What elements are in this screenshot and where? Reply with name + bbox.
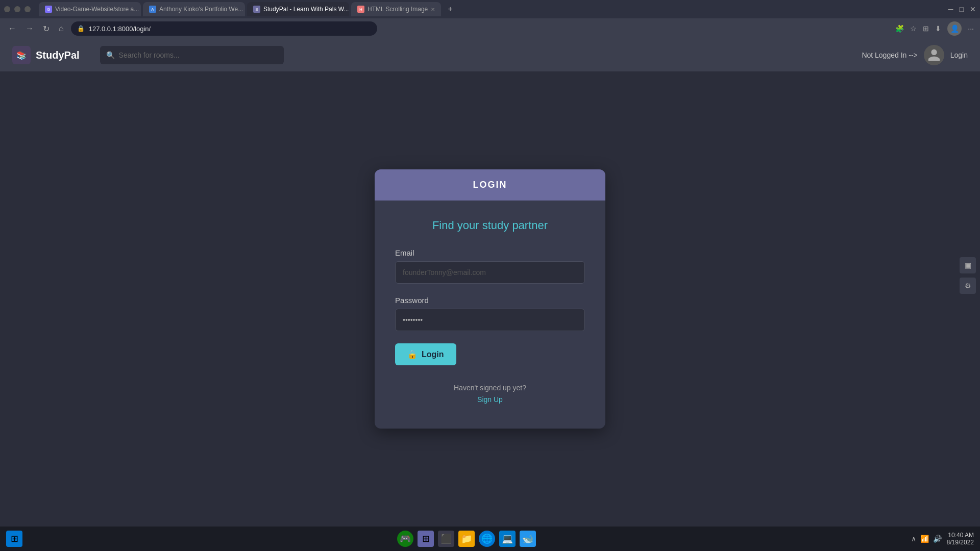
login-card: LOGIN Find your study partner Email Pass… [375, 169, 605, 429]
volume-icon[interactable]: 🔊 [933, 535, 942, 543]
app-main: LOGIN Find your study partner Email Pass… [0, 71, 980, 527]
window-controls [4, 6, 31, 12]
tablet-mode-button[interactable]: ▣ [960, 257, 976, 273]
tab-favicon-studypal: S [253, 6, 260, 13]
login-button[interactable]: 🔒 Login [395, 343, 456, 365]
browser-actions: ─ □ ✕ [948, 5, 976, 13]
login-button-label: Login [422, 350, 444, 359]
tab-github[interactable]: G Video-Game-Website/store a... ✕ [39, 2, 141, 16]
more-options-icon[interactable]: ··· [968, 24, 974, 33]
settings-button[interactable]: ⚙ [960, 278, 976, 294]
lock-icon: 🔒 [77, 25, 85, 32]
password-label: Password [395, 296, 585, 305]
collections-icon[interactable]: ⊞ [923, 24, 929, 33]
taskbar-terminal-icon[interactable]: ⬛ [438, 531, 454, 547]
tab-label-github: Video-Game-Website/store a... [55, 6, 139, 13]
nav-search-container[interactable]: 🔍 [100, 46, 284, 64]
restore-window-icon[interactable]: □ [960, 5, 964, 13]
tab-html[interactable]: H HTML Scrolling Image ✕ [351, 2, 441, 16]
taskbar-docker-icon[interactable]: 🐋 [520, 531, 536, 547]
url-bar[interactable]: 🔒 127.0.0.1:8000/login/ [71, 21, 377, 36]
email-form-group: Email [395, 248, 585, 284]
clock-time: 10:40 AM [947, 532, 974, 539]
taskbar-xbox-icon[interactable]: 🎮 [397, 531, 413, 547]
logo-icon: 📚 [12, 46, 31, 64]
password-form-group: Password [395, 296, 585, 331]
avatar [924, 45, 944, 65]
login-card-header: LOGIN [375, 169, 605, 201]
nav-login-link[interactable]: Login [950, 51, 968, 59]
password-field[interactable] [395, 309, 585, 331]
home-button[interactable]: ⌂ [57, 22, 66, 35]
email-field[interactable] [395, 261, 585, 284]
tab-favicon-github: G [45, 6, 52, 13]
taskbar-center: 🎮 ⊞ ⬛ 📁 🌐 💻 🐋 [397, 531, 536, 547]
login-card-body: Find your study partner Email Password 🔒… [375, 201, 605, 429]
signup-prompt: Haven't signed up yet? [395, 384, 585, 392]
windows-start-icon[interactable]: ⊞ [6, 531, 22, 547]
back-button[interactable]: ← [6, 22, 18, 35]
system-clock[interactable]: 10:40 AM 8/19/2022 [947, 532, 974, 546]
refresh-button[interactable]: ↻ [41, 22, 52, 36]
avatar-icon [927, 48, 941, 62]
tab-portfolio[interactable]: A Anthony Kioko's Portfolio We... ✕ [143, 2, 245, 16]
not-logged-in-text: Not Logged In --> [862, 51, 917, 59]
system-icons: ∧ 📶 🔊 [911, 535, 942, 543]
taskbar-vscode-icon[interactable]: 💻 [499, 531, 516, 547]
taskbar-right: ∧ 📶 🔊 10:40 AM 8/19/2022 [911, 532, 974, 546]
app-nav: 📚 StudyPal 🔍 Not Logged In --> Login [0, 39, 980, 71]
signup-link[interactable]: Sign Up [477, 395, 503, 404]
clock-date: 8/19/2022 [947, 539, 974, 546]
chevron-up-icon[interactable]: ∧ [911, 535, 916, 543]
login-header-title: LOGIN [473, 180, 507, 190]
side-panel-buttons: ▣ ⚙ [955, 253, 980, 298]
lock-icon: 🔒 [407, 349, 418, 359]
app-wrapper: 📚 StudyPal 🔍 Not Logged In --> Login LOG… [0, 39, 980, 527]
app-logo: 📚 StudyPal [12, 46, 80, 64]
wifi-icon[interactable]: 📶 [920, 535, 929, 543]
tab-label-studypal: StudyPal - Learn With Pals W... [263, 6, 349, 13]
browser-chrome: G Video-Game-Website/store a... ✕ A Anth… [0, 0, 980, 39]
taskbar-start: ⊞ [6, 531, 22, 547]
close-btn[interactable] [24, 6, 31, 12]
taskbar: ⊞ 🎮 ⊞ ⬛ 📁 🌐 💻 🐋 ∧ 📶 🔊 10:40 AM 8/19/2022 [0, 527, 980, 551]
tab-favicon-html: H [357, 6, 364, 13]
app-name: StudyPal [36, 49, 80, 61]
url-text: 127.0.0.1:8000/login/ [89, 25, 151, 33]
profile-button[interactable]: 👤 [947, 21, 962, 36]
close-window-icon[interactable]: ✕ [970, 5, 976, 13]
tab-studypal[interactable]: S StudyPal - Learn With Pals W... ✕ [247, 2, 349, 16]
toolbar-actions: 🧩 ☆ ⊞ ⬇ 👤 ··· [895, 21, 974, 36]
download-icon[interactable]: ⬇ [935, 24, 941, 33]
taskbar-files-icon[interactable]: 📁 [458, 531, 475, 547]
search-input[interactable] [119, 51, 278, 59]
email-label: Email [395, 248, 585, 257]
tab-label-portfolio: Anthony Kioko's Portfolio We... [159, 6, 243, 13]
profile-icon: 👤 [950, 24, 959, 33]
maximize-btn[interactable] [14, 6, 20, 12]
extensions-icon[interactable]: 🧩 [895, 24, 904, 33]
tagline: Find your study partner [395, 219, 585, 232]
new-tab-button[interactable]: + [443, 2, 457, 16]
signup-section: Haven't signed up yet? Sign Up [395, 384, 585, 404]
tab-favicon-portfolio: A [149, 6, 156, 13]
tab-label-html: HTML Scrolling Image [368, 6, 428, 13]
nav-right: Not Logged In --> Login [862, 45, 968, 65]
favorites-icon[interactable]: ☆ [910, 24, 917, 33]
taskbar-apps-icon[interactable]: ⊞ [418, 531, 434, 547]
forward-button[interactable]: → [23, 22, 36, 35]
minimize-window-icon[interactable]: ─ [948, 5, 953, 13]
minimize-btn[interactable] [4, 6, 10, 12]
tab-close-html[interactable]: ✕ [431, 7, 435, 12]
address-bar: ← → ↻ ⌂ 🔒 127.0.0.1:8000/login/ 🧩 ☆ ⊞ ⬇ … [0, 18, 980, 39]
tab-bar: G Video-Game-Website/store a... ✕ A Anth… [0, 0, 980, 18]
taskbar-edge-icon[interactable]: 🌐 [479, 531, 495, 547]
search-icon: 🔍 [106, 51, 115, 59]
